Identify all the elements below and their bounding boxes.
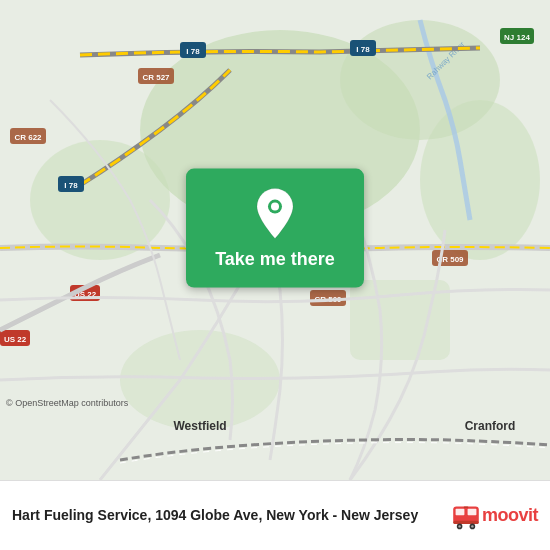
svg-text:I 78: I 78 bbox=[186, 47, 200, 56]
map-pin-icon bbox=[253, 187, 297, 241]
svg-text:I 78: I 78 bbox=[356, 45, 370, 54]
svg-text:NJ 124: NJ 124 bbox=[504, 33, 530, 42]
svg-point-5 bbox=[120, 330, 280, 430]
moovit-logo: moovit bbox=[446, 500, 538, 532]
svg-text:Westfield: Westfield bbox=[173, 419, 226, 433]
take-me-there-label: Take me there bbox=[215, 249, 335, 270]
svg-rect-39 bbox=[453, 520, 479, 523]
svg-point-41 bbox=[458, 525, 460, 527]
svg-point-4 bbox=[420, 100, 540, 260]
location-title: Hart Fueling Service, 1094 Globe Ave, Ne… bbox=[12, 506, 436, 524]
svg-rect-37 bbox=[456, 508, 465, 514]
osm-copyright: © OpenStreetMap contributors bbox=[6, 398, 128, 408]
svg-text:CR 622: CR 622 bbox=[14, 133, 42, 142]
svg-rect-38 bbox=[468, 508, 477, 514]
map-area: Rahway River I 78 I 78 NJ 124 I 78 CR 52… bbox=[0, 0, 550, 480]
location-info: Hart Fueling Service, 1094 Globe Ave, Ne… bbox=[12, 506, 436, 524]
svg-text:CR 527: CR 527 bbox=[142, 73, 170, 82]
moovit-bus-icon bbox=[450, 500, 482, 532]
svg-text:I 78: I 78 bbox=[64, 181, 78, 190]
svg-point-35 bbox=[271, 203, 279, 211]
moovit-brand-text: moovit bbox=[482, 505, 538, 526]
svg-point-43 bbox=[471, 525, 473, 527]
svg-text:Cranford: Cranford bbox=[465, 419, 516, 433]
bottom-bar: Hart Fueling Service, 1094 Globe Ave, Ne… bbox=[0, 480, 550, 550]
svg-text:US 22: US 22 bbox=[4, 335, 27, 344]
take-me-there-button[interactable]: Take me there bbox=[186, 169, 364, 288]
svg-rect-44 bbox=[464, 506, 469, 508]
